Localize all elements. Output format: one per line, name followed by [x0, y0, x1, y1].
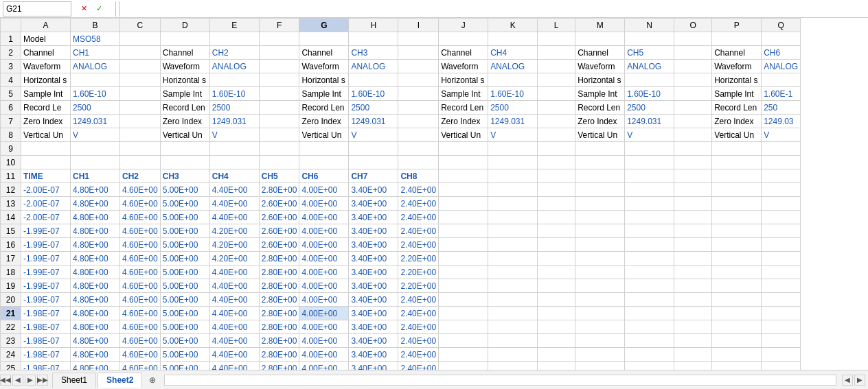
table-cell[interactable]: 4.60E+00	[120, 211, 161, 224]
table-cell[interactable]	[71, 156, 120, 169]
table-cell[interactable]: ANALOG	[488, 60, 538, 73]
table-cell[interactable]: Channel	[21, 46, 71, 60]
table-cell[interactable]	[398, 142, 439, 156]
confirm-icon[interactable]: ✓	[92, 2, 106, 16]
table-cell[interactable]: 4.60E+00	[120, 252, 161, 266]
col-header-L[interactable]: L	[538, 19, 575, 32]
table-cell[interactable]	[209, 32, 259, 46]
table-cell[interactable]	[488, 252, 538, 266]
table-cell[interactable]	[575, 224, 625, 238]
row-header-2[interactable]: 2	[1, 46, 21, 60]
table-cell[interactable]: Waveform	[575, 60, 625, 73]
table-cell[interactable]	[575, 156, 625, 169]
table-cell[interactable]: CH1	[71, 46, 120, 60]
table-cell[interactable]: CH4	[488, 46, 538, 60]
table-cell[interactable]: Horizontal s	[712, 73, 762, 87]
table-cell[interactable]	[674, 224, 712, 238]
table-cell[interactable]: 2.80E+00	[259, 293, 299, 307]
table-cell[interactable]: 2.80E+00	[259, 334, 299, 348]
table-cell[interactable]	[575, 320, 625, 334]
table-cell[interactable]	[538, 115, 575, 128]
table-cell[interactable]: 2.60E+00	[259, 238, 299, 252]
table-cell[interactable]: CH2	[209, 46, 259, 60]
table-cell[interactable]: -1.98E-07	[21, 320, 71, 334]
table-cell[interactable]	[762, 156, 801, 169]
table-cell[interactable]: -1.99E-07	[21, 279, 71, 293]
table-cell[interactable]: Horizontal s	[575, 73, 625, 87]
table-cell[interactable]: Zero Index	[160, 115, 209, 128]
table-cell[interactable]	[712, 320, 762, 334]
table-cell[interactable]	[71, 73, 120, 87]
table-cell[interactable]: 4.60E+00	[120, 238, 161, 252]
table-cell[interactable]: ANALOG	[209, 60, 259, 73]
table-cell[interactable]: 2.80E+00	[259, 307, 299, 320]
table-cell[interactable]: 4.60E+00	[120, 197, 161, 211]
table-cell[interactable]: 2.40E+00	[398, 224, 439, 238]
table-cell[interactable]	[259, 32, 299, 46]
table-cell[interactable]	[674, 334, 712, 348]
table-cell[interactable]	[398, 115, 439, 128]
table-cell[interactable]	[762, 362, 801, 370]
table-cell[interactable]	[674, 279, 712, 293]
table-cell[interactable]: 3.40E+00	[349, 211, 398, 224]
table-cell[interactable]: Vertical Un	[299, 128, 349, 142]
table-cell[interactable]	[538, 211, 575, 224]
table-cell[interactable]	[625, 252, 674, 266]
table-cell[interactable]: 4.80E+00	[71, 266, 120, 279]
col-header-F[interactable]: F	[259, 19, 299, 32]
table-cell[interactable]	[209, 156, 259, 169]
row-header-10[interactable]: 10	[1, 156, 21, 169]
table-cell[interactable]: 2.80E+00	[259, 266, 299, 279]
table-cell[interactable]	[439, 266, 488, 279]
table-cell[interactable]	[625, 156, 674, 169]
table-cell[interactable]: 4.80E+00	[71, 320, 120, 334]
table-cell[interactable]	[488, 320, 538, 334]
table-cell[interactable]: CH6	[299, 169, 349, 183]
table-cell[interactable]: 4.00E+00	[299, 320, 349, 334]
col-header-B[interactable]: B	[71, 19, 120, 32]
table-cell[interactable]	[762, 197, 801, 211]
row-header-22[interactable]: 22	[1, 320, 21, 334]
table-cell[interactable]: ANALOG	[762, 60, 801, 73]
col-header-N[interactable]: N	[625, 19, 674, 32]
table-cell[interactable]	[712, 362, 762, 370]
table-cell[interactable]: Waveform	[712, 60, 762, 73]
row-header-16[interactable]: 16	[1, 238, 21, 252]
table-cell[interactable]	[488, 73, 538, 87]
row-header-1[interactable]: 1	[1, 32, 21, 46]
table-cell[interactable]	[712, 238, 762, 252]
table-cell[interactable]	[674, 73, 712, 87]
table-cell[interactable]	[762, 320, 801, 334]
table-cell[interactable]	[625, 197, 674, 211]
table-cell[interactable]	[625, 238, 674, 252]
table-cell[interactable]: 4.60E+00	[120, 293, 161, 307]
table-cell[interactable]	[299, 156, 349, 169]
table-cell[interactable]	[712, 266, 762, 279]
table-cell[interactable]	[398, 73, 439, 87]
table-cell[interactable]	[625, 320, 674, 334]
col-header-J[interactable]: J	[439, 19, 488, 32]
table-cell[interactable]: CH2	[120, 169, 161, 183]
table-cell[interactable]	[575, 183, 625, 197]
table-cell[interactable]: 3.40E+00	[349, 279, 398, 293]
table-cell[interactable]: 4.00E+00	[299, 211, 349, 224]
table-cell[interactable]: 5.00E+00	[160, 266, 209, 279]
table-cell[interactable]	[538, 156, 575, 169]
table-cell[interactable]: -2.00E-07	[21, 183, 71, 197]
table-cell[interactable]: 2.80E+00	[259, 183, 299, 197]
table-cell[interactable]: 4.20E+00	[209, 238, 259, 252]
table-cell[interactable]: 5.00E+00	[160, 334, 209, 348]
table-cell[interactable]	[575, 362, 625, 370]
table-cell[interactable]	[674, 362, 712, 370]
table-cell[interactable]	[674, 115, 712, 128]
table-cell[interactable]: Sample Int	[712, 87, 762, 101]
table-cell[interactable]	[575, 142, 625, 156]
table-cell[interactable]	[762, 183, 801, 197]
table-cell[interactable]	[712, 279, 762, 293]
table-cell[interactable]	[439, 183, 488, 197]
table-cell[interactable]	[488, 238, 538, 252]
table-cell[interactable]: Record Le	[21, 101, 71, 115]
table-cell[interactable]	[762, 211, 801, 224]
cancel-icon[interactable]: ✕	[77, 2, 91, 16]
table-cell[interactable]	[538, 224, 575, 238]
